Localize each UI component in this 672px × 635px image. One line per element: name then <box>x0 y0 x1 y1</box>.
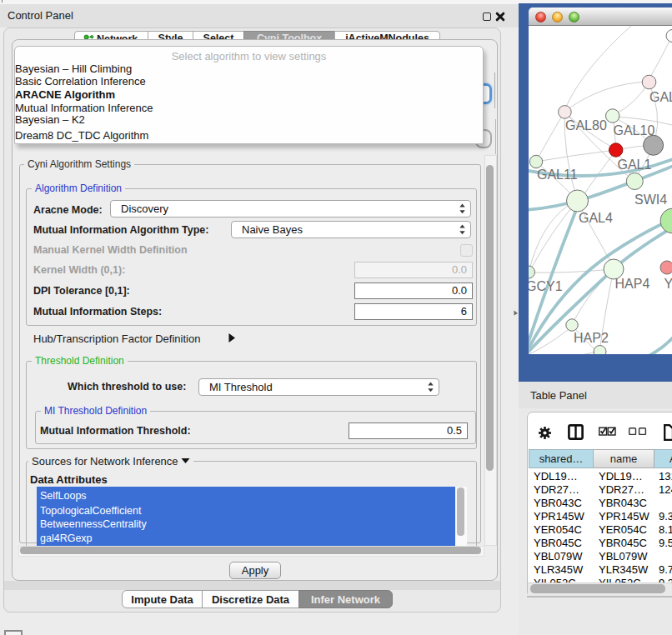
svg-text:GAL4: GAL4 <box>579 211 613 225</box>
svg-text:GAL11: GAL11 <box>537 168 578 182</box>
svg-text:HAP4: HAP4 <box>615 277 650 291</box>
svg-text:GAL10: GAL10 <box>614 123 655 138</box>
svg-text:GAL7: GAL7 <box>649 90 672 104</box>
svg-text:GCY1: GCY1 <box>529 279 563 293</box>
svg-text:GAL80: GAL80 <box>565 118 607 132</box>
svg-text:HAP2: HAP2 <box>574 331 609 345</box>
svg-text:YJ: YJ <box>664 277 672 291</box>
svg-text:SWI4: SWI4 <box>634 192 667 207</box>
svg-text:GAL1: GAL1 <box>618 158 652 172</box>
